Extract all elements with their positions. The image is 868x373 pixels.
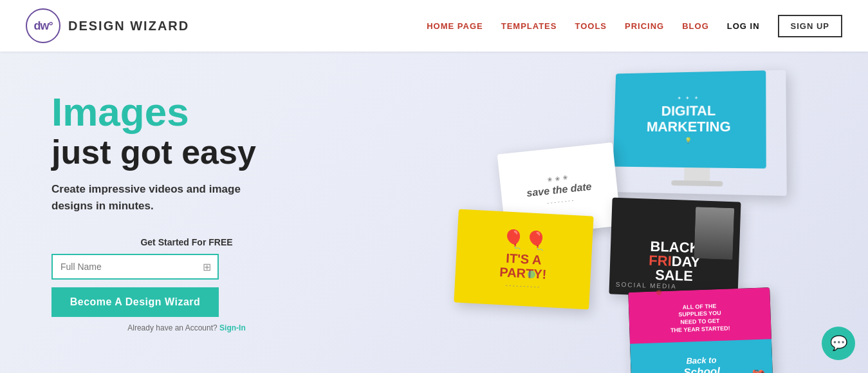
back-to-school-card: ALL OF THESUPPLIES YOUNEED TO GETTHE YEA… [628, 287, 773, 373]
nav-login[interactable]: LOG IN [727, 21, 760, 31]
logo-icon: dw° [26, 8, 60, 43]
hero-right: ✦ ✦ ✦ DIGITALMARKETING 💡 ❀ ❀ ❀ save the … [360, 52, 868, 373]
hero-heading-images: Images [51, 90, 322, 134]
nav-pricing[interactable]: PRICING [625, 21, 664, 31]
signin-row: Already have an Account? Sign-In [51, 323, 322, 332]
chat-bubble[interactable]: 💬 [822, 327, 855, 360]
fullname-input-container: ⊞ [51, 254, 219, 280]
hero-heading-sub: just got easy [51, 134, 322, 171]
digital-marketing-card: ✦ ✦ ✦ DIGITALMARKETING 💡 [613, 70, 766, 168]
logo-area[interactable]: dw° DESIGN WIZARD [26, 8, 189, 43]
party-text: IT'S APARTY! [499, 251, 548, 282]
signup-button[interactable]: SIGN UP [778, 15, 842, 37]
fullname-input[interactable] [53, 255, 196, 278]
header: dw° DESIGN WIZARD HOME PAGE TEMPLATES TO… [0, 0, 868, 52]
hero-section: Images just got easy Create impressive v… [0, 52, 868, 373]
monitor-base [671, 180, 723, 187]
black-friday-card: BLACK FRIDAY SALE SOCIAL MEDIA [609, 198, 741, 299]
school-banner-text: ALL OF THESUPPLIES YOUNEED TO GETTHE YEA… [670, 302, 730, 334]
party-card: 🎈🎈 IT'S APARTY! - - - - - - - - - - [454, 209, 593, 310]
become-wizard-button[interactable]: Become A Design Wizard [51, 287, 219, 317]
nav-home[interactable]: HOME PAGE [427, 21, 483, 31]
decorative-dot [528, 271, 535, 278]
hero-left: Images just got easy Create impressive v… [0, 52, 360, 373]
main-nav: HOME PAGE TEMPLATES TOOLS PRICING BLOG L… [427, 15, 842, 37]
logo-text: DESIGN WIZARD [68, 19, 189, 33]
signin-link[interactable]: Sign-In [219, 323, 246, 332]
monitor-mockup: ✦ ✦ ✦ DIGITALMARKETING 💡 [612, 70, 786, 196]
dm-title: DIGITALMARKETING [647, 103, 731, 134]
monitor-stand [684, 167, 710, 181]
school-bottom: Back toSchool 🎒 [630, 339, 773, 373]
nav-templates[interactable]: TEMPLATES [501, 21, 557, 31]
input-icon: ⊞ [196, 256, 217, 278]
decorative-dot-2 [656, 290, 661, 295]
get-started-label: Get Started For FREE [51, 237, 322, 247]
nav-blog[interactable]: BLOG [682, 21, 709, 31]
chat-icon: 💬 [830, 335, 847, 352]
nav-tools[interactable]: TOOLS [575, 21, 607, 31]
monitor-screen: ✦ ✦ ✦ DIGITALMARKETING 💡 [613, 70, 766, 168]
hero-description: Create impressive videos and image desig… [51, 181, 322, 214]
